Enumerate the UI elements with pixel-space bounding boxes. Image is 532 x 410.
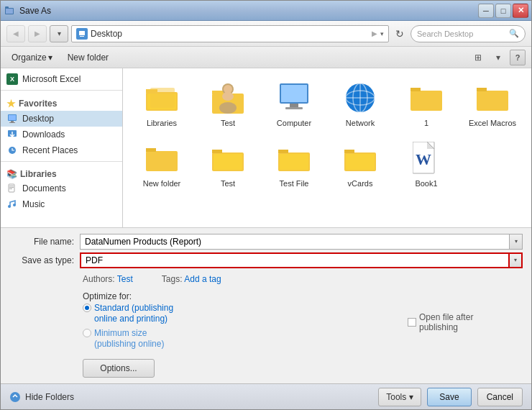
svg-rect-38 — [411, 88, 421, 91]
folder-icon — [409, 81, 444, 115]
hide-folders-label: Hide Folders — [25, 392, 74, 402]
minimize-button[interactable]: ─ — [478, 4, 494, 18]
help-button[interactable]: ? — [510, 50, 526, 65]
svg-rect-51 — [346, 154, 375, 170]
list-item[interactable]: Excel Macros — [461, 76, 524, 133]
maximize-button[interactable]: □ — [495, 4, 511, 18]
close-button[interactable]: ✕ — [513, 4, 528, 18]
sidebar-label-documents: Documents — [22, 183, 66, 193]
file-label: Network — [346, 118, 375, 128]
computer-icon — [277, 81, 311, 115]
sidebar-label-downloads: Downloads — [22, 129, 65, 140]
list-item[interactable]: Computer — [262, 76, 326, 133]
view-dropdown[interactable]: ▾ — [490, 50, 507, 65]
footer: Hide Folders Tools ▾ Save Cancel — [1, 383, 531, 409]
file-label: Computer — [277, 118, 311, 128]
svg-rect-30 — [290, 104, 298, 107]
svg-rect-4 — [79, 31, 85, 35]
savetype-label: Save as type: — [9, 255, 74, 265]
sidebar-item-excel[interactable]: X Microsoft Excel — [1, 71, 122, 87]
tools-button[interactable]: Tools ▾ — [378, 388, 421, 406]
svg-rect-12 — [9, 184, 14, 192]
filename-dropdown-arrow[interactable]: ▾ — [510, 234, 523, 250]
sidebar-item-desktop[interactable]: Desktop — [1, 111, 122, 127]
dropdown-button[interactable]: ▾ — [50, 25, 68, 42]
optimize-label: Optimize for: — [83, 291, 132, 301]
organize-button[interactable]: Organize ▾ — [6, 50, 58, 65]
sidebar-label-desktop: Desktop — [22, 114, 54, 124]
options-section: Optimize for: Standard (publishingonline… — [9, 287, 523, 378]
list-item[interactable]: New folder — [130, 136, 193, 193]
new-folder-button[interactable]: New folder — [63, 51, 113, 64]
folder-icon — [475, 81, 510, 115]
svg-rect-47 — [278, 150, 288, 153]
hide-folders-button[interactable]: Hide Folders — [9, 391, 74, 403]
list-item[interactable]: 1 — [395, 76, 458, 133]
desktop-icon — [6, 113, 18, 124]
cancel-button[interactable]: Cancel — [477, 388, 523, 406]
secondary-toolbar: Organize ▾ New folder ⊞ ▾ ? — [1, 47, 531, 68]
svg-point-16 — [8, 205, 11, 208]
tags-value[interactable]: Add a tag — [184, 274, 221, 284]
radio-standard-label[interactable]: Standard (publishingonline and printing) — [94, 303, 173, 325]
folder-icon — [145, 141, 179, 176]
list-item[interactable]: Test — [196, 76, 260, 133]
svg-rect-9 — [9, 122, 15, 123]
options-button[interactable]: Options... — [83, 359, 155, 378]
bottom-panel: File name: ▾ Save as type: PDF ▾ Authors… — [1, 227, 531, 383]
file-area: Libraries Test — [123, 68, 531, 227]
address-dropdown-arrow[interactable]: ▾ — [380, 30, 384, 37]
list-item[interactable]: Network — [329, 76, 392, 133]
svg-rect-2 — [5, 6, 9, 9]
music-icon — [6, 199, 18, 210]
file-label: Test — [221, 178, 235, 188]
open-after-checkbox[interactable] — [408, 318, 416, 327]
sidebar-item-documents[interactable]: Documents — [1, 181, 122, 196]
save-button[interactable]: Save — [427, 388, 471, 406]
address-separator: ▶ — [372, 29, 377, 37]
svg-rect-50 — [344, 150, 354, 153]
list-item[interactable]: vCards — [329, 136, 392, 193]
svg-rect-31 — [285, 107, 303, 109]
downloads-icon — [6, 129, 18, 140]
refresh-button[interactable]: ↻ — [392, 25, 408, 42]
savetype-value: PDF — [86, 255, 103, 265]
folder-open-icon — [277, 141, 311, 176]
hide-folders-icon — [9, 391, 21, 403]
list-item[interactable]: Libraries — [130, 76, 193, 133]
sidebar-item-music[interactable]: Music — [1, 196, 122, 212]
list-item[interactable]: W Book1 — [395, 136, 458, 193]
file-label: New folder — [143, 178, 181, 188]
libraries-folder-icon — [145, 81, 179, 115]
savetype-select[interactable]: PDF — [80, 252, 510, 268]
authors-value[interactable]: Test — [117, 274, 133, 284]
filename-input[interactable] — [80, 234, 510, 250]
sidebar-item-downloads[interactable]: Downloads — [1, 127, 122, 142]
documents-icon — [6, 183, 18, 194]
sidebar-label-music: Music — [22, 199, 45, 209]
filename-row: File name: ▾ — [9, 234, 523, 250]
svg-rect-5 — [80, 36, 84, 37]
favorites-label: Favorites — [19, 99, 57, 109]
radio-minimum-label[interactable]: Minimum size(publishing online) — [94, 328, 164, 350]
back-button[interactable]: ◀ — [6, 25, 25, 42]
savetype-dropdown-arrow[interactable]: ▾ — [510, 252, 523, 268]
svg-rect-48 — [280, 154, 308, 170]
svg-text:W: W — [416, 150, 431, 168]
sidebar-item-recent-places[interactable]: Recent Places — [1, 142, 122, 158]
tools-arrow: ▾ — [409, 392, 413, 402]
organize-arrow: ▾ — [48, 53, 52, 63]
view-button[interactable]: ⊞ — [469, 50, 487, 65]
svg-rect-39 — [477, 91, 508, 111]
svg-rect-1 — [6, 9, 13, 14]
file-grid: Libraries Test — [130, 76, 524, 194]
list-item[interactable]: Test — [196, 136, 260, 193]
search-bar[interactable]: Search Desktop 🔍 — [411, 25, 526, 42]
address-icon — [76, 28, 88, 40]
forward-button[interactable]: ▶ — [28, 25, 47, 42]
radio-minimum[interactable] — [83, 329, 91, 337]
list-item[interactable]: Test File — [262, 136, 326, 193]
file-label: Test File — [280, 178, 309, 188]
radio-standard[interactable] — [83, 304, 91, 312]
svg-rect-23 — [212, 91, 224, 94]
